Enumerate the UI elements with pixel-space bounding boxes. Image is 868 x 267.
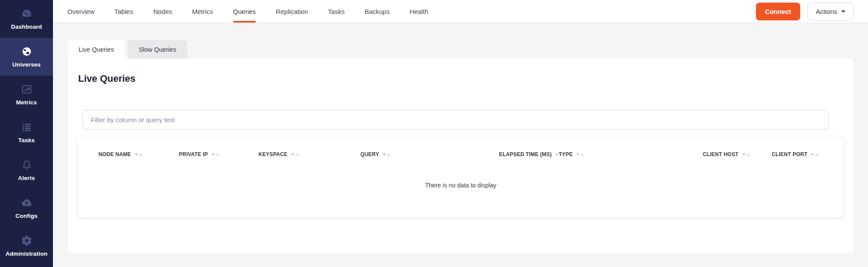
globe-icon [21, 46, 33, 57]
sidebar: Dashboard Universes Metrics Tasks Alerts [0, 0, 53, 267]
sidebar-item-dashboard[interactable]: Dashboard [0, 0, 53, 38]
nav-action-buttons: Connect Actions [756, 3, 854, 20]
nav-tab-tables[interactable]: Tables [105, 0, 143, 23]
sidebar-item-label: Dashboard [11, 23, 42, 30]
column-header-label: NODE NAME [99, 151, 131, 157]
sort-icon [383, 154, 390, 156]
app-window: Dashboard Universes Metrics Tasks Alerts [0, 0, 868, 267]
column-header-client-port[interactable]: CLIENT PORT [772, 151, 818, 157]
sidebar-item-universes[interactable]: Universes [0, 38, 53, 76]
chevron-down-icon [841, 10, 845, 13]
nav-tab-metrics[interactable]: Metrics [182, 0, 223, 23]
column-header-private-ip[interactable]: PRIVATE IP [179, 151, 219, 157]
query-type-tabs: Live Queries Slow Queries [68, 40, 868, 59]
nav-tab-health[interactable]: Health [399, 0, 438, 23]
cloud-upload-icon [21, 197, 33, 209]
actions-button-label: Actions [816, 8, 837, 15]
column-header-label: CLIENT PORT [772, 151, 807, 157]
sort-icon [811, 154, 818, 156]
query-filter-input[interactable] [83, 110, 829, 130]
sidebar-item-alerts[interactable]: Alerts [0, 151, 53, 189]
sidebar-item-metrics[interactable]: Metrics [0, 76, 53, 113]
nav-tab-queries[interactable]: Queries [223, 0, 266, 23]
sidebar-item-label: Tasks [18, 137, 35, 144]
column-header-type[interactable]: TYPE [559, 151, 584, 157]
column-header-label: KEYSPACE [258, 151, 287, 157]
gauge-icon [21, 8, 33, 20]
sort-icon [211, 154, 219, 156]
column-header-elapsed-time[interactable]: ELAPSED TIME (MS) [499, 151, 563, 157]
live-queries-table: NODE NAME PRIVATE IP KEYSPACE QUERY ELAP… [78, 137, 844, 217]
sort-icon [742, 154, 750, 156]
sidebar-item-tasks[interactable]: Tasks [0, 113, 53, 151]
sort-icon [135, 154, 142, 156]
queries-page: Live Queries Slow Queries Live Queries N… [53, 23, 868, 267]
column-header-client-host[interactable]: CLIENT HOST [703, 151, 749, 157]
sidebar-item-configs[interactable]: Configs [0, 189, 53, 227]
column-header-node-name[interactable]: NODE NAME [99, 151, 142, 157]
task-list-icon [21, 121, 33, 133]
line-chart-icon [21, 83, 33, 95]
universe-top-nav: Overview Tables Nodes Metrics Queries Re… [53, 0, 868, 23]
sidebar-item-administration[interactable]: Administration [0, 227, 53, 265]
sidebar-item-label: Metrics [16, 99, 37, 106]
sidebar-item-label: Universes [12, 61, 40, 68]
bell-icon [21, 159, 33, 171]
nav-tab-nodes[interactable]: Nodes [143, 0, 182, 23]
nav-tab-overview[interactable]: Overview [57, 0, 105, 23]
column-header-label: QUERY [360, 151, 379, 157]
sidebar-item-label: Configs [16, 213, 38, 219]
sort-icon [576, 154, 584, 156]
live-queries-panel: Live Queries NODE NAME PRIVATE IP KEYSPA… [68, 59, 854, 254]
sidebar-item-label: Alerts [18, 175, 35, 181]
nav-tab-backups[interactable]: Backups [355, 0, 400, 23]
empty-state-text: There is no data to display [78, 182, 844, 189]
column-header-label: PRIVATE IP [179, 151, 208, 157]
column-header-label: TYPE [559, 151, 573, 157]
actions-dropdown-button[interactable]: Actions [808, 3, 854, 20]
gear-icon [21, 235, 33, 247]
page-title: Live Queries [68, 59, 854, 84]
nav-tab-tasks[interactable]: Tasks [318, 0, 354, 23]
column-header-label: ELAPSED TIME (MS) [499, 151, 551, 157]
column-header-query[interactable]: QUERY [360, 151, 390, 157]
sort-icon [291, 154, 299, 156]
column-header-label: CLIENT HOST [703, 151, 738, 157]
tab-slow-queries[interactable]: Slow Queries [128, 40, 187, 59]
connect-button[interactable]: Connect [756, 3, 800, 20]
filter-row [83, 110, 829, 130]
sidebar-item-label: Administration [6, 250, 48, 257]
column-header-keyspace[interactable]: KEYSPACE [258, 151, 299, 157]
tab-live-queries[interactable]: Live Queries [68, 40, 125, 59]
nav-tab-replication[interactable]: Replication [266, 0, 318, 23]
